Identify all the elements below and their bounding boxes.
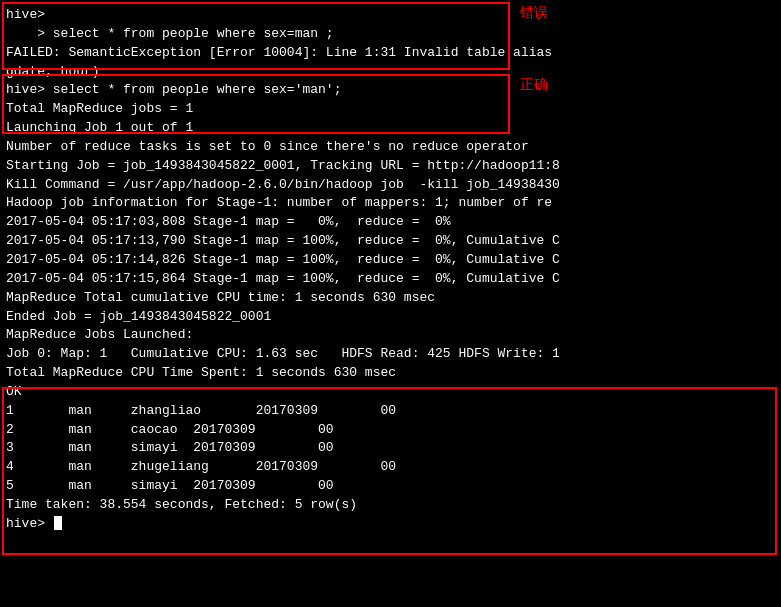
terminal-line: Launching Job 1 out of 1: [6, 119, 775, 138]
terminal-line: Number of reduce tasks is set to 0 since…: [6, 138, 775, 157]
terminal-line: MapReduce Jobs Launched:: [6, 326, 775, 345]
terminal-line: 4 man zhugeliang 20170309 00: [6, 458, 775, 477]
terminal-line: hive> select * from people where sex='ma…: [6, 81, 775, 100]
terminal-line: hive>: [6, 515, 775, 534]
terminal-line: 5 man simayi 20170309 00: [6, 477, 775, 496]
terminal-cursor: [54, 516, 62, 530]
terminal-line: Ended Job = job_1493843045822_0001: [6, 308, 775, 327]
terminal-line: Job 0: Map: 1 Cumulative CPU: 1.63 sec H…: [6, 345, 775, 364]
terminal-line: 3 man simayi 20170309 00: [6, 439, 775, 458]
terminal-line: Time taken: 38.554 seconds, Fetched: 5 r…: [6, 496, 775, 515]
terminal-line: MapReduce Total cumulative CPU time: 1 s…: [6, 289, 775, 308]
terminal-line: Hadoop job information for Stage-1: numb…: [6, 194, 775, 213]
error-label: 错误: [520, 4, 548, 22]
terminal-line: > select * from people where sex=man ;: [6, 25, 775, 44]
terminal-line: 1 man zhangliao 20170309 00: [6, 402, 775, 421]
terminal-line: 2 man caocao 20170309 00: [6, 421, 775, 440]
terminal-line: OK: [6, 383, 775, 402]
terminal-line: Total MapReduce jobs = 1: [6, 100, 775, 119]
terminal-line: 2017-05-04 05:17:14,826 Stage-1 map = 10…: [6, 251, 775, 270]
terminal-line: 2017-05-04 05:17:03,808 Stage-1 map = 0%…: [6, 213, 775, 232]
correct-label: 正确: [520, 76, 548, 94]
terminal-line: FAILED: SemanticException [Error 10004]:…: [6, 44, 775, 63]
terminal: hive> > select * from people where sex=m…: [0, 0, 781, 607]
terminal-line: 2017-05-04 05:17:13,790 Stage-1 map = 10…: [6, 232, 775, 251]
terminal-line: Total MapReduce CPU Time Spent: 1 second…: [6, 364, 775, 383]
terminal-line: Kill Command = /usr/app/hadoop-2.6.0/bin…: [6, 176, 775, 195]
terminal-line: hive>: [6, 6, 775, 25]
terminal-line: Starting Job = job_1493843045822_0001, T…: [6, 157, 775, 176]
terminal-line: 2017-05-04 05:17:15,864 Stage-1 map = 10…: [6, 270, 775, 289]
terminal-line: gdate, hour): [6, 63, 775, 82]
